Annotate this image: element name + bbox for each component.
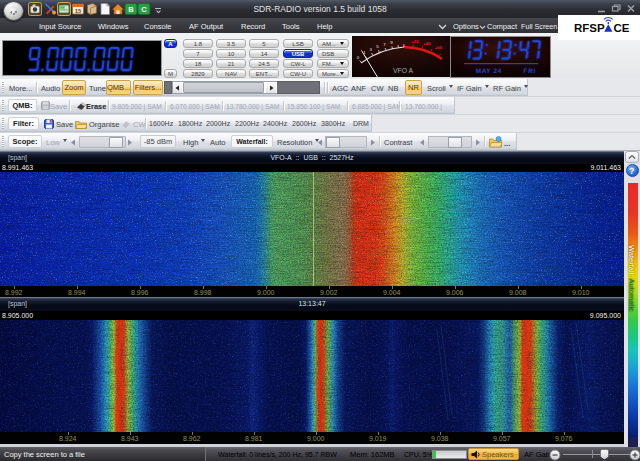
svg-text:VFO A: VFO A — [393, 67, 413, 74]
svg-text:+20: +20 — [411, 39, 419, 44]
svg-text:RFSP: RFSP — [574, 22, 605, 34]
svg-text:C: C — [141, 5, 147, 14]
svg-text:+40: +40 — [423, 41, 431, 46]
svg-text:15: 15 — [75, 8, 82, 14]
svg-text:B: B — [128, 5, 134, 14]
svg-text:MAY 24: MAY 24 — [475, 68, 502, 75]
svg-text:CE: CE — [614, 22, 630, 34]
svg-text:+60: +60 — [435, 45, 443, 50]
svg-text:FRI: FRI — [523, 68, 536, 75]
